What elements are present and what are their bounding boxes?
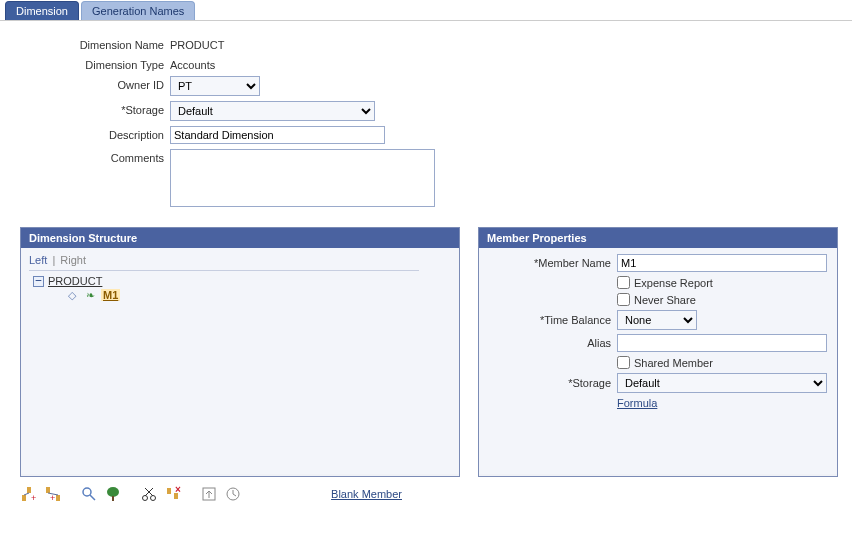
time-balance-label: *Time Balance xyxy=(487,314,617,326)
tag-icon: ◇ xyxy=(65,289,79,301)
comments-label: Comments xyxy=(20,149,170,164)
tree-root-node[interactable]: PRODUCT xyxy=(48,275,102,287)
svg-point-8 xyxy=(83,488,91,496)
svg-rect-5 xyxy=(56,495,60,501)
dimension-structure-panel: Dimension Structure Left | Right − PRODU… xyxy=(20,227,460,477)
tree-links-sep: | xyxy=(52,254,55,266)
member-properties-title: Member Properties xyxy=(479,228,837,248)
svg-rect-16 xyxy=(167,488,171,494)
tree-right-link[interactable]: Right xyxy=(60,254,86,266)
member-name-label: *Member Name xyxy=(487,257,617,269)
owner-id-label: Owner ID xyxy=(20,76,170,91)
svg-point-13 xyxy=(151,496,156,501)
svg-line-2 xyxy=(24,493,29,495)
structure-toolbar: + + × Blank Member xyxy=(0,477,852,515)
expand-tree-icon[interactable] xyxy=(104,485,122,503)
svg-text:×: × xyxy=(175,486,181,495)
svg-point-10 xyxy=(107,487,119,497)
tab-generation-names[interactable]: Generation Names xyxy=(81,1,195,20)
tree-root-row: − PRODUCT xyxy=(33,275,451,287)
member-storage-label: *Storage xyxy=(487,377,617,389)
delete-member-icon[interactable]: × xyxy=(164,485,182,503)
blank-member-link[interactable]: Blank Member xyxy=(331,488,402,500)
shared-member-label: Shared Member xyxy=(634,357,713,369)
member-name-input[interactable] xyxy=(617,254,827,272)
alias-label: Alias xyxy=(487,337,617,349)
member-storage-select[interactable]: Default xyxy=(617,373,827,393)
shared-member-checkbox[interactable] xyxy=(617,356,630,369)
svg-line-9 xyxy=(90,495,95,500)
description-label: Description xyxy=(20,126,170,141)
dimension-type-value: Accounts xyxy=(170,56,215,71)
tab-strip: Dimension Generation Names xyxy=(0,0,852,21)
search-tree-icon[interactable] xyxy=(80,485,98,503)
panels-row: Dimension Structure Left | Right − PRODU… xyxy=(0,227,852,477)
cut-icon[interactable] xyxy=(140,485,158,503)
owner-id-select[interactable]: PT xyxy=(170,76,260,96)
expense-report-label: Expense Report xyxy=(634,277,713,289)
storage-select[interactable]: Default xyxy=(170,101,375,121)
time-balance-select[interactable]: None xyxy=(617,310,697,330)
svg-text:+: + xyxy=(31,493,36,502)
history-icon[interactable] xyxy=(224,485,242,503)
dimension-name-label: Dimension Name xyxy=(20,36,170,51)
export-icon[interactable] xyxy=(200,485,218,503)
tab-dimension[interactable]: Dimension xyxy=(5,1,79,20)
dimension-name-value: PRODUCT xyxy=(170,36,224,51)
storage-label: *Storage xyxy=(20,101,170,116)
svg-line-22 xyxy=(233,494,236,496)
dimension-structure-title: Dimension Structure xyxy=(21,228,459,248)
dimension-form: Dimension Name PRODUCT Dimension Type Ac… xyxy=(0,21,852,227)
expense-report-checkbox[interactable] xyxy=(617,276,630,289)
add-sibling-icon[interactable]: + xyxy=(20,485,38,503)
svg-text:+: + xyxy=(50,493,55,502)
member-properties-panel: Member Properties *Member Name Expense R… xyxy=(478,227,838,477)
never-share-checkbox[interactable] xyxy=(617,293,630,306)
never-share-label: Never Share xyxy=(634,294,696,306)
svg-rect-1 xyxy=(22,495,26,501)
dimension-type-label: Dimension Type xyxy=(20,56,170,71)
add-child-icon[interactable]: + xyxy=(44,485,62,503)
formula-link[interactable]: Formula xyxy=(617,397,657,409)
tree-scroll-links: Left | Right xyxy=(29,254,419,271)
svg-rect-11 xyxy=(112,496,114,501)
leaf-icon: ❧ xyxy=(83,289,97,301)
collapse-icon[interactable]: − xyxy=(33,276,44,287)
tree-left-link[interactable]: Left xyxy=(29,254,47,266)
comments-textarea[interactable] xyxy=(170,149,435,207)
svg-point-12 xyxy=(143,496,148,501)
description-input[interactable] xyxy=(170,126,385,144)
tree-child-node[interactable]: M1 xyxy=(101,289,120,301)
alias-input[interactable] xyxy=(617,334,827,352)
tree-child-row: ◇ ❧ M1 xyxy=(65,289,451,301)
